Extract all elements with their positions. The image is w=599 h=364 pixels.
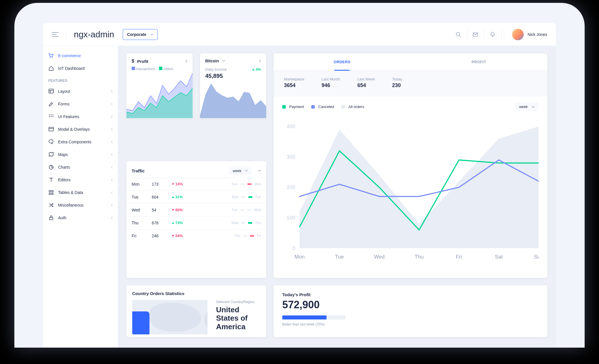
sidebar-item-maps[interactable]: Maps — [43, 148, 118, 161]
sidebar-item-auth[interactable]: Auth — [43, 211, 118, 224]
svg-point-12 — [51, 116, 52, 117]
browser-icon — [48, 126, 54, 132]
country-card-title: Country Orders Statistics — [132, 291, 260, 296]
svg-text:200: 200 — [287, 184, 295, 190]
theme-select-label: Corporate — [127, 32, 146, 37]
legend-swatch — [282, 105, 286, 109]
traffic-row: Thu678 73%WedThu — [126, 216, 266, 229]
summary-today: Today230 — [392, 77, 402, 88]
orders-period-select[interactable]: week — [515, 102, 539, 111]
summary-last-month: Last Month946 — [322, 77, 340, 88]
cart-icon — [48, 53, 54, 59]
svg-rect-19 — [49, 193, 51, 194]
sidebar-item-editors[interactable]: Editors — [43, 174, 118, 186]
svg-line-1 — [459, 36, 460, 37]
caret-down-icon — [172, 209, 174, 211]
chevron-down-icon — [222, 60, 225, 62]
lock-icon — [48, 215, 54, 221]
svg-text:Sun: Sun — [534, 254, 539, 260]
sidebar-item-charts[interactable]: Charts — [43, 161, 118, 174]
today-profit-note: Better than last week (70%) — [282, 322, 539, 326]
spark-bar-curr — [248, 222, 252, 224]
sidebar-item-tables-data[interactable]: Tables & Data — [43, 186, 118, 199]
sidebar-item-label: IoT Dashboard — [58, 66, 85, 71]
sidebar-item-label: Layout — [58, 89, 70, 94]
sidebar-item-forms[interactable]: Forms — [43, 98, 118, 110]
chevron-left-icon — [111, 204, 113, 207]
summary-marketplace: Marketplace3654 — [284, 77, 304, 88]
caret-down-icon — [172, 183, 174, 185]
traffic-period-select[interactable]: week — [229, 167, 251, 175]
legend-item: transactions — [132, 67, 155, 71]
search-button[interactable] — [450, 29, 467, 40]
sidebar-item-label: Extra Components — [58, 140, 91, 144]
svg-point-8 — [49, 115, 50, 115]
today-profit-card: Today's Profit 572,900 Better than last … — [274, 285, 547, 337]
traffic-day: Mon — [132, 182, 152, 186]
sidebar-item-extra-components[interactable]: Extra Components — [43, 136, 118, 148]
svg-rect-14 — [49, 127, 53, 131]
user-avatar[interactable] — [512, 29, 524, 40]
world-map[interactable] — [132, 300, 208, 334]
sidebar-item-miscellaneous[interactable]: Miscellaneous — [43, 199, 118, 211]
separator — [66, 30, 66, 38]
traffic-value: 54 — [152, 208, 172, 212]
summary-value: 946 — [322, 82, 340, 88]
tab-profit[interactable]: PROFIT — [410, 53, 547, 70]
app-header: ngx-admin Corporate Nick Jones — [43, 23, 556, 46]
sidebar-item-layout[interactable]: Layout — [43, 85, 118, 98]
mail-button[interactable] — [467, 29, 484, 40]
chevron-left-icon — [111, 90, 113, 93]
sidebar-item-modal-overlays[interactable]: Modal & Overlays — [43, 123, 118, 136]
theme-select[interactable]: Corporate — [123, 29, 158, 40]
tab-orders[interactable]: ORDERS — [274, 53, 410, 70]
bitcoin-expand[interactable] — [259, 59, 261, 62]
spark-bar-prev — [243, 235, 247, 237]
sidebar-item-ui-features[interactable]: UI Features — [43, 110, 118, 123]
chevron-left-icon — [111, 191, 113, 194]
summary-value: 3654 — [284, 82, 304, 88]
text-icon — [48, 177, 54, 183]
daily-income-label: Daily Income — [205, 67, 227, 72]
legend-swatch — [132, 67, 135, 70]
chevron-left-icon — [111, 140, 113, 143]
sidebar-item-label: Modal & Overlays — [58, 127, 90, 132]
traffic-value: 678 — [152, 221, 172, 225]
spark-bar-curr — [250, 235, 254, 237]
traffic-title: Traffic — [132, 168, 145, 173]
caret-up-icon — [252, 69, 254, 70]
traffic-value: 248 — [152, 234, 172, 238]
traffic-collapse[interactable] — [258, 170, 261, 172]
svg-point-9 — [51, 115, 52, 115]
svg-text:Tue: Tue — [335, 254, 344, 260]
traffic-value: 604 — [152, 195, 172, 199]
svg-text:Wed: Wed — [374, 254, 385, 260]
chevron-left-icon — [111, 115, 113, 118]
summary-value: 654 — [357, 82, 375, 88]
sidebar-item-label: Tables & Data — [58, 190, 83, 195]
traffic-value: 173 — [152, 182, 172, 186]
caret-up-icon — [172, 222, 174, 224]
legend-item: All orders — [341, 105, 364, 109]
sidebar-item-iot-dashboard[interactable]: IoT Dashboard — [43, 62, 118, 75]
spark-bar-curr — [248, 196, 252, 198]
notifications-button[interactable] — [484, 29, 502, 40]
svg-point-3 — [50, 57, 51, 58]
svg-text:Sat: Sat — [495, 254, 503, 260]
chevron-right-icon — [259, 59, 261, 62]
chevron-down-icon — [150, 34, 153, 35]
map-selected-region — [132, 311, 149, 334]
sidebar-item-e-commerce[interactable]: E-commerce — [43, 49, 118, 62]
svg-rect-17 — [49, 190, 51, 192]
svg-text:Fri: Fri — [456, 254, 462, 260]
sidebar: E-commerceIoT Dashboard FEATURES LayoutF… — [43, 46, 118, 348]
spark-bar-curr — [247, 209, 251, 211]
today-profit-progress — [282, 315, 345, 319]
summary-label: Today — [392, 77, 402, 81]
crypto-select[interactable]: Bitcoin — [205, 59, 225, 63]
menu-toggle[interactable] — [52, 31, 59, 38]
layout-icon — [48, 88, 54, 94]
profit-expand[interactable] — [186, 60, 187, 63]
traffic-period-label: week — [233, 169, 241, 173]
svg-rect-5 — [49, 89, 53, 93]
